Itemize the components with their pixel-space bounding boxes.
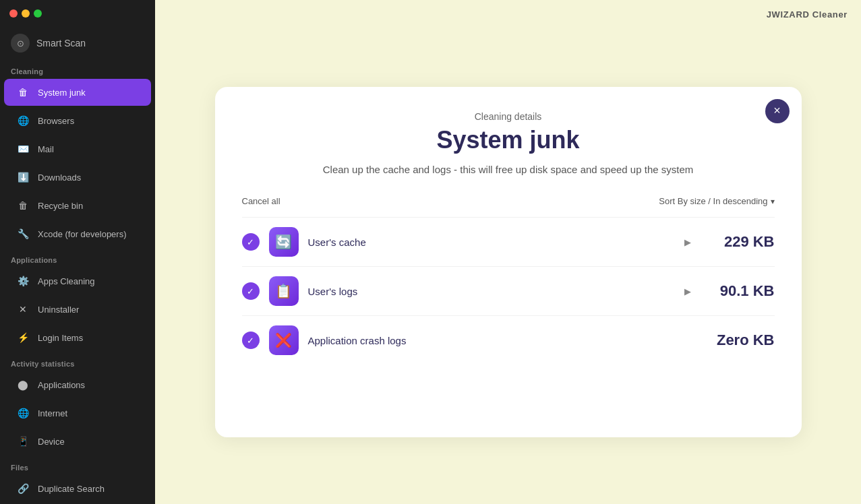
- users-cache-size: 229 KB: [701, 233, 775, 251]
- recycle-bin-label: Recycle bin: [38, 201, 83, 211]
- xcode-icon: 🔧: [15, 226, 31, 242]
- traffic-lights: [9, 9, 42, 18]
- sidebar-item-xcode[interactable]: 🔧 Xcode (for developers): [4, 220, 151, 247]
- crash-logs-label: Application crash logs: [308, 335, 691, 346]
- sidebar-item-internet[interactable]: 🌐 Internet: [4, 400, 151, 427]
- sidebar-item-login-items[interactable]: ⚡ Login Items: [4, 324, 151, 351]
- duplicate-search-icon: 🔗: [15, 480, 31, 497]
- panel-description: Clean up the cache and logs - this will …: [242, 162, 775, 178]
- panel-subtitle: Cleaning details: [242, 111, 775, 122]
- users-logs-label: User's logs: [308, 286, 675, 297]
- apps-cleaning-icon: ⚙️: [15, 273, 31, 289]
- list-item: ✓ ❌ Application crash logs Zero KB: [242, 315, 775, 365]
- app-title: JWIZARD Cleaner: [767, 9, 848, 20]
- titlebar: [0, 0, 155, 27]
- sidebar-item-duplicate-search[interactable]: 🔗 Duplicate Search: [4, 475, 151, 502]
- applications-stats-icon: ⬤: [15, 377, 31, 393]
- cleaning-details-panel: × Cleaning details System junk Clean up …: [215, 87, 802, 437]
- expand-arrow-users-cache[interactable]: ▶: [684, 237, 691, 247]
- sort-dropdown[interactable]: Sort By size / In descending ▾: [659, 196, 774, 206]
- close-button[interactable]: [9, 9, 18, 18]
- sidebar: ⊙ Smart Scan Cleaning 🗑 System junk 🌐 Br…: [0, 0, 155, 504]
- main-content: JWIZARD Cleaner × Cleaning details Syste…: [155, 0, 861, 504]
- sidebar-item-smart-scan[interactable]: ⊙ Smart Scan: [0, 27, 155, 59]
- uninstaller-icon: ✕: [15, 301, 31, 317]
- crash-logs-size: Zero KB: [701, 332, 775, 349]
- users-logs-icon: 📋: [269, 276, 299, 306]
- smart-scan-label: Smart Scan: [36, 38, 86, 49]
- sidebar-item-recycle-bin[interactable]: 🗑 Recycle bin: [4, 192, 151, 219]
- login-items-label: Login Items: [38, 333, 83, 343]
- browsers-icon: 🌐: [15, 113, 31, 129]
- section-cleaning: Cleaning: [0, 59, 155, 78]
- sidebar-item-applications-stats[interactable]: ⬤ Applications: [4, 371, 151, 398]
- expand-arrow-users-logs[interactable]: ▶: [684, 286, 691, 296]
- section-files: Files: [0, 455, 155, 474]
- system-junk-label: System junk: [38, 88, 86, 98]
- sidebar-item-uninstaller[interactable]: ✕ Uninstaller: [4, 296, 151, 323]
- panel-toolbar: Cancel all Sort By size / In descending …: [242, 196, 775, 206]
- main-panel-area: × Cleaning details System junk Clean up …: [155, 20, 861, 504]
- downloads-label: Downloads: [38, 172, 81, 183]
- list-item: ✓ 📋 User's logs ▶ 90.1 KB: [242, 266, 775, 315]
- close-icon: ×: [773, 104, 781, 118]
- uninstaller-label: Uninstaller: [38, 305, 79, 315]
- sort-label: Sort By size / In descending: [659, 196, 767, 206]
- sidebar-item-downloads[interactable]: ⬇️ Downloads: [4, 164, 151, 191]
- sidebar-item-device[interactable]: 📱 Device: [4, 428, 151, 455]
- minimize-button[interactable]: [22, 9, 30, 18]
- section-activity: Activity statistics: [0, 352, 155, 371]
- users-cache-icon: 🔄: [269, 227, 299, 257]
- login-items-icon: ⚡: [15, 329, 31, 346]
- panel-close-button[interactable]: ×: [765, 99, 790, 123]
- crash-logs-icon: ❌: [269, 325, 299, 355]
- users-logs-size: 90.1 KB: [701, 282, 775, 300]
- section-applications: Applications: [0, 248, 155, 267]
- sidebar-item-apps-cleaning[interactable]: ⚙️ Apps Cleaning: [4, 267, 151, 294]
- system-junk-icon: 🗑: [15, 84, 31, 100]
- recycle-bin-icon: 🗑: [15, 197, 31, 214]
- internet-icon: 🌐: [15, 405, 31, 421]
- internet-label: Internet: [38, 408, 67, 418]
- checkbox-users-cache[interactable]: ✓: [242, 233, 260, 251]
- users-cache-label: User's cache: [308, 237, 675, 248]
- sidebar-item-system-junk[interactable]: 🗑 System junk: [4, 79, 151, 106]
- smart-scan-icon: ⊙: [11, 34, 30, 53]
- duplicate-search-label: Duplicate Search: [38, 484, 105, 494]
- xcode-label: Xcode (for developers): [38, 229, 127, 239]
- mail-icon: ✉️: [15, 141, 31, 157]
- sidebar-item-browsers[interactable]: 🌐 Browsers: [4, 107, 151, 134]
- browsers-label: Browsers: [38, 116, 74, 126]
- cancel-all-button[interactable]: Cancel all: [242, 196, 280, 206]
- list-item: ✓ 🔄 User's cache ▶ 229 KB: [242, 217, 775, 266]
- maximize-button[interactable]: [34, 9, 42, 18]
- mail-label: Mail: [38, 144, 54, 154]
- panel-title: System junk: [242, 126, 775, 154]
- chevron-down-icon: ▾: [771, 197, 775, 206]
- device-label: Device: [38, 437, 65, 447]
- device-icon: 📱: [15, 433, 31, 449]
- applications-stats-label: Applications: [38, 380, 85, 390]
- downloads-icon: ⬇️: [15, 169, 31, 185]
- checkbox-crash-logs[interactable]: ✓: [242, 332, 260, 349]
- main-header: JWIZARD Cleaner: [155, 0, 861, 20]
- sidebar-item-mail[interactable]: ✉️ Mail: [4, 135, 151, 162]
- checkbox-users-logs[interactable]: ✓: [242, 282, 260, 300]
- apps-cleaning-label: Apps Cleaning: [38, 276, 95, 286]
